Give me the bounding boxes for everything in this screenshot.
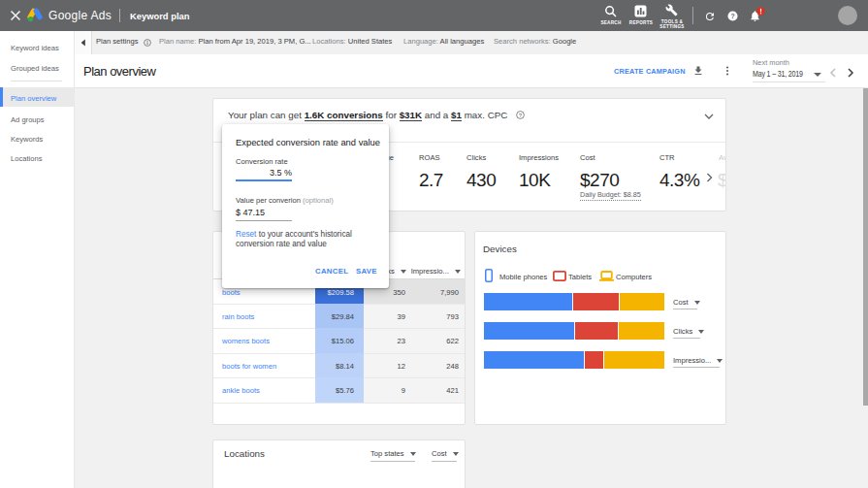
svg-text:?: ?	[519, 113, 523, 118]
svg-text:?: ?	[730, 13, 734, 19]
